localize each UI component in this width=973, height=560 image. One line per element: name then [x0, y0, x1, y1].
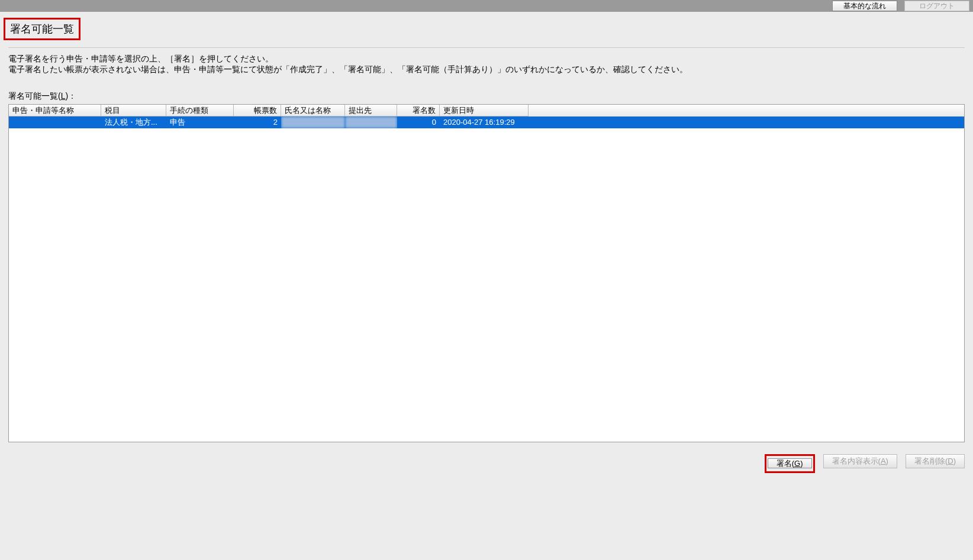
cell-application-name	[9, 116, 101, 128]
list-label: 署名可能一覧(L)：	[8, 91, 965, 102]
col-form-count[interactable]: 帳票数	[234, 105, 281, 116]
cell-destination	[345, 116, 397, 128]
table-row[interactable]: 法人税・地方... 申告 2 0 2020-04-27 16:19:29	[9, 116, 964, 128]
view-signature-button: 署名内容表示(A)	[823, 454, 897, 468]
cell-name	[281, 116, 345, 128]
sign-button-highlight: 署名(G)	[765, 454, 815, 473]
logout-button: ログアウト	[904, 1, 969, 11]
col-tax-item[interactable]: 税目	[101, 105, 166, 116]
cell-signature-count: 0	[397, 116, 440, 128]
page-title: 署名可能一覧	[4, 18, 80, 40]
description-line-2: 電子署名したい帳票が表示されない場合は、申告・申請等一覧にて状態が「作成完了」、…	[8, 64, 965, 75]
col-procedure-type[interactable]: 手続の種類	[166, 105, 234, 116]
description: 電子署名を行う申告・申請等を選択の上、［署名］を押してください。 電子署名したい…	[8, 54, 965, 75]
col-signature-count[interactable]: 署名数	[397, 105, 440, 116]
separator	[8, 47, 965, 48]
bottom-bar: 署名(G) 署名内容表示(A) 署名削除(D)	[0, 451, 973, 477]
top-bar: 基本的な流れ ログアウト	[0, 0, 973, 12]
cell-updated: 2020-04-27 16:19:29	[440, 116, 529, 128]
cell-form-count: 2	[234, 116, 281, 128]
col-application-name[interactable]: 申告・申請等名称	[9, 105, 101, 116]
table-header-row: 申告・申請等名称 税目 手続の種類 帳票数 氏名又は名称 提出先 署名数 更新日…	[9, 105, 964, 116]
basic-flow-button[interactable]: 基本的な流れ	[832, 1, 897, 11]
sign-button[interactable]: 署名(G)	[768, 458, 812, 468]
delete-signature-button: 署名削除(D)	[906, 454, 965, 468]
cell-tax-item: 法人税・地方...	[101, 116, 166, 128]
col-destination[interactable]: 提出先	[345, 105, 397, 116]
cell-procedure-type: 申告	[166, 116, 234, 128]
signature-table[interactable]: 申告・申請等名称 税目 手続の種類 帳票数 氏名又は名称 提出先 署名数 更新日…	[8, 104, 965, 442]
col-updated[interactable]: 更新日時	[440, 105, 529, 116]
col-name[interactable]: 氏名又は名称	[281, 105, 345, 116]
description-line-1: 電子署名を行う申告・申請等を選択の上、［署名］を押してください。	[8, 54, 965, 64]
